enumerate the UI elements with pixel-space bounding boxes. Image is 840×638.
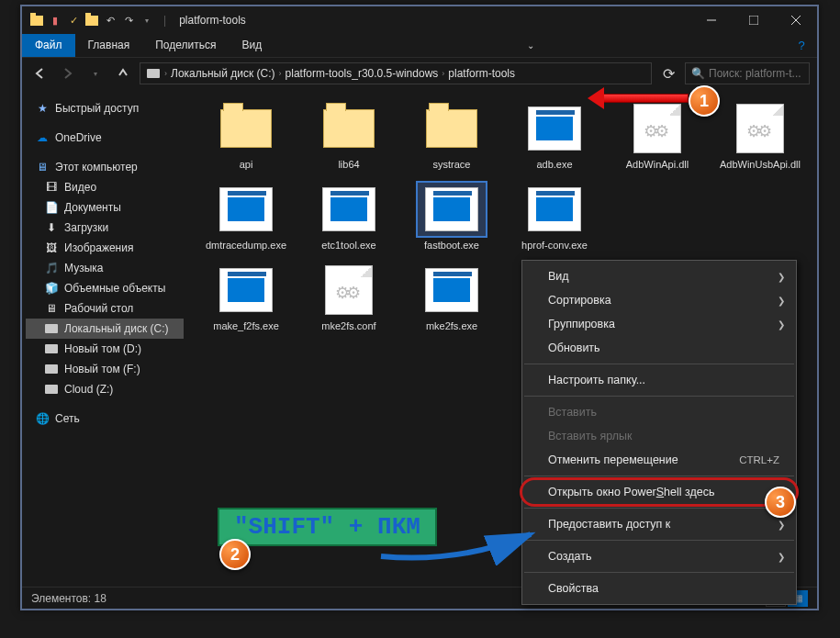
breadcrumb[interactable]: › Локальный диск (C:) › platform-tools_r… bbox=[140, 62, 652, 84]
status-count: Элементов: 18 bbox=[31, 592, 106, 605]
file-item[interactable]: make_f2fs.exe bbox=[196, 263, 296, 333]
ctx-label: Открыть окно PowerShell здесь bbox=[548, 486, 715, 498]
sidebar-icon: 🧊 bbox=[44, 281, 59, 296]
file-item[interactable]: systrace bbox=[402, 102, 501, 172]
ribbon: Файл Главная Поделиться Вид ⌄ ? bbox=[22, 34, 817, 58]
ctx-sort[interactable]: Сортировка❯ bbox=[522, 288, 796, 312]
close-button[interactable] bbox=[775, 6, 817, 34]
chevron-icon: › bbox=[164, 69, 167, 78]
sidebar-item[interactable]: ⬇Загрузки bbox=[26, 218, 184, 238]
sidebar-icon: 🖼 bbox=[44, 241, 59, 255]
sidebar-label: Cloud (Z:) bbox=[64, 383, 113, 396]
help-icon[interactable]: ? bbox=[786, 34, 817, 57]
ctx-give-access[interactable]: Предоставить доступ к❯ bbox=[522, 512, 796, 536]
nav-back-button[interactable] bbox=[29, 62, 51, 84]
navbar: ▾ › Локальный диск (C:) › platform-tools… bbox=[22, 58, 817, 89]
ctx-create[interactable]: Создать❯ bbox=[522, 544, 796, 568]
nav-up-button[interactable] bbox=[112, 62, 134, 84]
qat-folder-icon[interactable] bbox=[84, 13, 99, 28]
file-item[interactable]: fastboot.exe bbox=[402, 183, 501, 252]
qat-new-icon[interactable]: ✓ bbox=[66, 13, 81, 28]
file-item[interactable]: adb.exe bbox=[505, 102, 604, 172]
file-item[interactable]: hprof-conv.exe bbox=[505, 183, 604, 252]
sidebar-label: Новый том (D:) bbox=[64, 342, 141, 355]
sidebar: ★Быстрый доступ ☁OneDrive 🖥Этот компьюте… bbox=[22, 89, 187, 589]
sidebar-item[interactable]: 🎞Видео bbox=[26, 177, 184, 197]
file-item[interactable]: ⚙⚙AdbWinApi.dll bbox=[608, 102, 707, 172]
annotation-badge-3: 3 bbox=[765, 487, 796, 518]
ctx-view[interactable]: Вид❯ bbox=[522, 264, 796, 288]
tab-file[interactable]: Файл bbox=[22, 34, 75, 57]
sidebar-item[interactable]: 🎵Музыка bbox=[26, 258, 184, 278]
file-item[interactable]: mke2fs.exe bbox=[402, 263, 501, 333]
sidebar-network[interactable]: 🌐Сеть bbox=[26, 409, 184, 429]
file-item[interactable]: dmtracedump.exe bbox=[196, 183, 296, 252]
file-item[interactable]: ⚙⚙mke2fs.conf bbox=[299, 263, 398, 333]
chevron-right-icon: ❯ bbox=[778, 296, 785, 306]
sidebar-label: Этот компьютер bbox=[55, 161, 138, 173]
ribbon-expand-icon[interactable]: ⌄ bbox=[515, 34, 546, 57]
file-thumb: ⚙⚙ bbox=[726, 102, 794, 155]
sidebar-label: Документы bbox=[64, 201, 121, 214]
separator bbox=[524, 572, 794, 573]
sidebar-label: Локальный диск (C:) bbox=[64, 322, 169, 335]
tab-share[interactable]: Поделиться bbox=[142, 34, 229, 57]
file-thumb bbox=[521, 102, 588, 155]
sidebar-this-pc[interactable]: 🖥Этот компьютер bbox=[26, 157, 184, 177]
sidebar-quick-access[interactable]: ★Быстрый доступ bbox=[26, 98, 184, 118]
qat-props-icon[interactable]: ▮ bbox=[48, 13, 62, 28]
file-item[interactable]: ⚙⚙AdbWinUsbApi.dll bbox=[711, 102, 810, 172]
ctx-refresh[interactable]: Обновить bbox=[522, 336, 796, 360]
titlebar: ▮ ✓ ↶ ↷ ▾ | platform-tools bbox=[22, 6, 817, 34]
breadcrumb-seg[interactable]: platform-tools_r30.0.5-windows bbox=[286, 67, 439, 80]
sidebar-item[interactable]: 📄Документы bbox=[26, 197, 184, 218]
separator bbox=[524, 364, 794, 364]
minimize-button[interactable] bbox=[690, 6, 733, 34]
separator bbox=[524, 396, 794, 397]
ctx-label: Группировка bbox=[548, 318, 615, 330]
sidebar-icon: 📄 bbox=[44, 200, 59, 215]
file-item[interactable]: api bbox=[196, 102, 296, 172]
breadcrumb-seg[interactable]: Локальный диск (C:) bbox=[171, 67, 275, 80]
breadcrumb-seg[interactable]: platform-tools bbox=[448, 67, 515, 80]
file-thumb bbox=[521, 183, 588, 236]
file-name: AdbWinApi.dll bbox=[626, 159, 689, 172]
sidebar-item[interactable]: Локальный диск (C:) bbox=[26, 319, 184, 339]
svg-rect-1 bbox=[749, 16, 758, 25]
drive-icon bbox=[146, 66, 161, 81]
redo-icon[interactable]: ↷ bbox=[121, 13, 136, 28]
maximize-button[interactable] bbox=[733, 6, 775, 34]
file-name: AdbWinUsbApi.dll bbox=[720, 159, 801, 172]
file-name: api bbox=[240, 159, 253, 172]
sidebar-item[interactable]: 🖼Изображения bbox=[26, 238, 184, 258]
sidebar-label: Изображения bbox=[64, 241, 133, 254]
sidebar-item[interactable]: Новый том (F:) bbox=[26, 359, 184, 379]
sidebar-icon bbox=[44, 362, 59, 376]
qat-dropdown-icon[interactable]: ▾ bbox=[140, 13, 154, 28]
ctx-powershell[interactable]: Открыть окно PowerShell здесь bbox=[522, 480, 796, 504]
chevron-icon: › bbox=[279, 69, 282, 78]
file-name: systrace bbox=[433, 159, 471, 172]
refresh-button[interactable]: ⟳ bbox=[657, 62, 679, 84]
sidebar-item[interactable]: Cloud (Z:) bbox=[26, 379, 184, 399]
nav-history-icon[interactable]: ▾ bbox=[84, 62, 106, 84]
file-name: mke2fs.conf bbox=[321, 320, 375, 333]
sidebar-item[interactable]: 🖥Рабочий стол bbox=[26, 298, 184, 319]
sidebar-label: Загрузки bbox=[64, 221, 108, 234]
sidebar-item[interactable]: 🧊Объемные объекты bbox=[26, 278, 184, 298]
nav-forward-button[interactable] bbox=[57, 62, 79, 84]
tab-home[interactable]: Главная bbox=[75, 34, 143, 57]
ctx-customize[interactable]: Настроить папку... bbox=[522, 368, 796, 392]
sidebar-onedrive[interactable]: ☁OneDrive bbox=[26, 128, 184, 148]
chevron-right-icon: ❯ bbox=[778, 319, 785, 330]
sidebar-label: Сеть bbox=[55, 412, 80, 425]
tab-view[interactable]: Вид bbox=[229, 34, 274, 57]
undo-icon[interactable]: ↶ bbox=[103, 13, 118, 28]
file-item[interactable]: etc1tool.exe bbox=[299, 183, 398, 252]
ctx-properties[interactable]: Свойства bbox=[522, 576, 796, 600]
sidebar-item[interactable]: Новый том (D:) bbox=[26, 339, 184, 359]
ctx-group[interactable]: Группировка❯ bbox=[522, 312, 796, 336]
file-item[interactable]: lib64 bbox=[299, 102, 398, 172]
search-input[interactable]: 🔍 Поиск: platform-t... bbox=[685, 62, 810, 84]
ctx-undo[interactable]: Отменить перемещениеCTRL+Z bbox=[522, 448, 796, 472]
